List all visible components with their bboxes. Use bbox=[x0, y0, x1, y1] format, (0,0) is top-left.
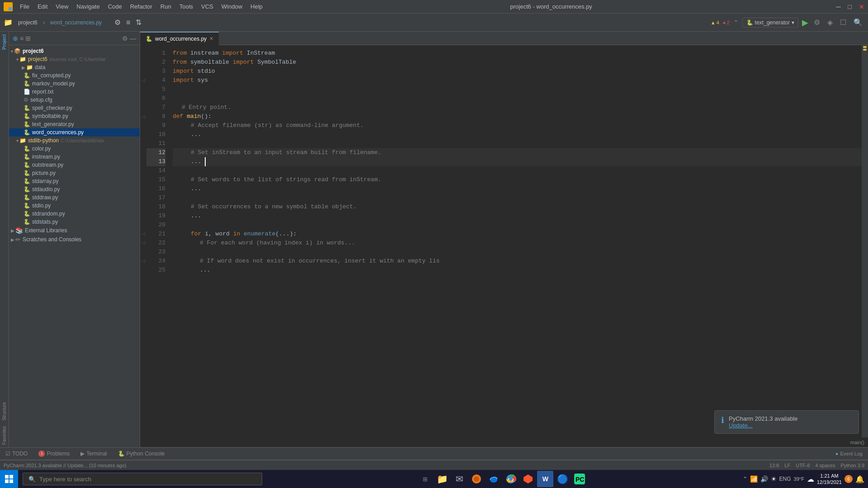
menu-help[interactable]: Help bbox=[247, 2, 266, 11]
hide-panel-icon[interactable]: — bbox=[130, 35, 136, 42]
problems-tab[interactable]: ! Problems bbox=[33, 447, 75, 460]
tree-report-txt[interactable]: 📄 report.txt bbox=[9, 88, 140, 96]
tree-stdarray[interactable]: 🐍 stdarray.py bbox=[9, 177, 140, 185]
mail-icon[interactable]: ✉ bbox=[451, 471, 467, 487]
project-side-tab[interactable]: Project bbox=[1, 32, 8, 52]
menu-view[interactable]: View bbox=[52, 2, 72, 11]
menu-window[interactable]: Window bbox=[218, 2, 246, 11]
title-bar: File Edit View Navigate Code Refactor Ru… bbox=[0, 0, 868, 14]
maximize-button[interactable]: □ bbox=[848, 3, 852, 10]
python-console-tab[interactable]: 🐍 Python Console bbox=[113, 447, 170, 460]
menu-refactor[interactable]: Refactor bbox=[127, 2, 156, 11]
menu-bar: File Edit View Navigate Code Refactor Ru… bbox=[16, 2, 266, 11]
action-center-icon[interactable]: 🔔 bbox=[855, 475, 864, 483]
update-link[interactable]: Update... bbox=[729, 422, 852, 429]
tree-external-libraries[interactable]: ▶ 📚 External Libraries bbox=[9, 226, 140, 235]
align-icon[interactable]: ≡ bbox=[20, 35, 24, 42]
right-gutter bbox=[862, 45, 868, 437]
settings-icon[interactable]: ⚙ bbox=[113, 16, 123, 28]
todo-label: TODO bbox=[12, 450, 28, 457]
tree-text-generator[interactable]: 🐍 text_generator.py bbox=[9, 120, 140, 128]
tree-stdaudio[interactable]: 🐍 stdaudio.py bbox=[9, 185, 140, 193]
todo-tab[interactable]: ☑ TODO bbox=[0, 447, 33, 460]
tree-data-folder[interactable]: ▶ 📁 data bbox=[9, 63, 140, 71]
volume-icon[interactable]: 🔊 bbox=[760, 475, 768, 483]
tree-spell-checker[interactable]: 🐍 spell_checker.py bbox=[9, 104, 140, 112]
brightness-icon[interactable]: ☀ bbox=[771, 475, 777, 483]
tray-arrow[interactable]: ⌃ bbox=[743, 476, 747, 482]
tree-color[interactable]: 🐍 color.py bbox=[9, 145, 140, 153]
tree-stdstats[interactable]: 🐍 stdstats.py bbox=[9, 218, 140, 226]
tree-scratches-consoles[interactable]: ▶ ✏ Scratches and Consoles bbox=[9, 235, 140, 244]
structure-side-tab[interactable]: Structure bbox=[1, 399, 8, 423]
tree-stdlib-python[interactable]: ▾ 📁 stdlib-python C:\Users\fard\lib\sto bbox=[9, 136, 140, 145]
tree-setup-cfg[interactable]: ⚙ setup.cfg bbox=[9, 96, 140, 104]
cloud-icon[interactable]: ☁ bbox=[807, 475, 814, 483]
menu-code[interactable]: Code bbox=[104, 2, 126, 11]
menu-run[interactable]: Run bbox=[157, 2, 175, 11]
chrome-icon[interactable] bbox=[503, 471, 519, 487]
tree-markov-model[interactable]: 🐍 markov_model.py bbox=[9, 80, 140, 88]
tree-project6-module[interactable]: ▾ 📁 project6 sources root, C:\Users\far bbox=[9, 55, 140, 63]
settings-panel-icon[interactable]: ⚙ bbox=[122, 35, 128, 42]
tree-word-occurrences[interactable]: 🐍 word_occurrences.py bbox=[9, 128, 140, 136]
menu-vcs[interactable]: VCS bbox=[198, 2, 217, 11]
code-line-19: ... bbox=[173, 211, 862, 221]
debug-icon[interactable]: ⚙ bbox=[812, 16, 822, 28]
edge-icon[interactable] bbox=[486, 471, 502, 487]
keyboard-icon[interactable]: ENG bbox=[779, 476, 791, 482]
profile-icon[interactable]: ◈ bbox=[826, 16, 835, 28]
run-button[interactable]: ▶ bbox=[802, 18, 808, 28]
menu-edit[interactable]: Edit bbox=[34, 2, 51, 11]
taskbar-search[interactable]: 🔍 Type here to search bbox=[23, 473, 262, 485]
active-tab[interactable]: 🐍 word_occurrences.py ✕ bbox=[140, 32, 219, 45]
code-line-13: ... bbox=[173, 157, 862, 166]
tree-outstream[interactable]: 🐍 outstream.py bbox=[9, 161, 140, 169]
start-button[interactable] bbox=[0, 470, 18, 488]
project-panel: ⊕ ≡ ⊞ ⚙ — ▾ 📦 project6 ▾ 📁 project6 bbox=[9, 32, 140, 447]
event-log-button[interactable]: ● Event Log bbox=[835, 451, 868, 456]
network-icon[interactable]: 📶 bbox=[750, 475, 758, 483]
python-console-label: Python Console bbox=[127, 450, 165, 457]
browser1-icon[interactable] bbox=[468, 471, 485, 487]
tree-stdio[interactable]: 🐍 stdio.py bbox=[9, 202, 140, 210]
close-button[interactable]: ✕ bbox=[859, 3, 864, 10]
menu-navigate[interactable]: Navigate bbox=[73, 2, 103, 11]
menu-tools[interactable]: Tools bbox=[176, 2, 197, 11]
menu-file[interactable]: File bbox=[16, 2, 33, 11]
svg-text:PC: PC bbox=[576, 476, 584, 483]
teams-icon[interactable]: 🔵 bbox=[554, 471, 571, 487]
task-view-icon[interactable]: ⊞ bbox=[417, 471, 433, 487]
coverage-icon[interactable]: ☐ bbox=[838, 16, 848, 28]
file-explorer-icon[interactable]: 📁 bbox=[434, 471, 450, 487]
app-icon bbox=[4, 2, 13, 11]
terminal-tab[interactable]: ▶ Terminal bbox=[75, 447, 112, 460]
brave-icon[interactable] bbox=[520, 471, 536, 487]
tab-close-button[interactable]: ✕ bbox=[209, 36, 213, 42]
code-editor[interactable]: from instream import InStream from symbo… bbox=[169, 45, 862, 437]
favorites-side-tab[interactable]: Favorites bbox=[1, 423, 8, 447]
tree-picture[interactable]: 🐍 picture.py bbox=[9, 169, 140, 177]
tree-fix-corrupted[interactable]: 🐍 fix_corrupted.py bbox=[9, 71, 140, 80]
collapse-icon[interactable]: ≡ bbox=[124, 17, 132, 28]
tree-root[interactable]: ▾ 📦 project6 bbox=[9, 47, 140, 55]
notification-content: PyCharm 2021.3 available Update... bbox=[729, 415, 852, 429]
minimize-button[interactable]: ─ bbox=[836, 3, 841, 10]
notification-badge[interactable]: 6 bbox=[844, 475, 853, 483]
svg-rect-1 bbox=[9, 3, 12, 6]
tree-symboltable[interactable]: 🐍 symboltable.py bbox=[9, 112, 140, 120]
tree-stddraw[interactable]: 🐍 stddraw.py bbox=[9, 193, 140, 202]
warning-badge: ▲ 4 bbox=[711, 20, 719, 25]
run-config[interactable]: 🐍 text_generator ▾ bbox=[742, 18, 798, 28]
pycharm-taskbar-icon[interactable]: PC bbox=[571, 471, 588, 487]
sort-icon[interactable]: ⇅ bbox=[134, 16, 143, 28]
search-toolbar-icon[interactable]: 🔍 bbox=[852, 16, 864, 28]
status-left: PyCharm 2021.3 available // Update... (1… bbox=[4, 463, 126, 468]
locate-icon[interactable]: ⊕ bbox=[13, 35, 18, 42]
tree-instream[interactable]: 🐍 instream.py bbox=[9, 153, 140, 161]
tree-stdrandom[interactable]: 🐍 stdrandom.py bbox=[9, 210, 140, 218]
expand-icon[interactable]: ⌃ bbox=[733, 19, 739, 26]
system-clock[interactable]: 1:21 AM 12/19/2021 bbox=[817, 473, 842, 486]
word-icon[interactable]: W bbox=[537, 471, 553, 487]
expand-tree-icon[interactable]: ⊞ bbox=[25, 35, 31, 42]
